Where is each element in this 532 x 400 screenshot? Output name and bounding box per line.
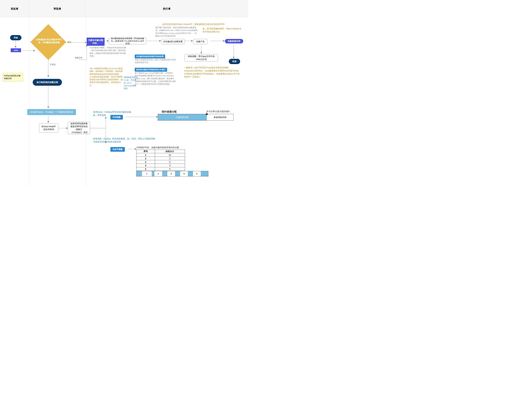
done-node: 对象构造完毕 <box>225 39 243 44</box>
after-load-node: 在加载完成后，可以确定一个对象的所需内存 <box>27 109 76 115</box>
anno-end: 一般情况（由字节码流中new指令后面是否跟随invokespecial所决定，J… <box>184 66 241 78</box>
sticky-note: HotSpot虚拟机对象创建过程 <box>3 73 23 81</box>
label-loaded: 加载完毕 <box>75 57 82 59</box>
pointer-icon <box>205 113 208 115</box>
freelist-table: 序号内存大小 110 22 35 43 55 <box>136 150 185 171</box>
label-pass: 通过 <box>67 41 71 44</box>
lane-executor: 执行者 <box>86 0 248 18</box>
block-row: 1 2 3 4 5 <box>136 171 208 177</box>
new-keyword: new <box>11 48 21 52</box>
end-node: 结束 <box>229 59 240 64</box>
irregular-label: 内存不规整 <box>110 147 125 152</box>
freelist-title: JVM维护列表，创建对象时根据所需内存分配 <box>136 146 179 149</box>
set-obj-node: 对对象进行必要设置 <box>161 39 185 44</box>
anno-lock: Tips: 悲观锁和乐观锁 synchronized是悲观锁，这种线程一旦得到锁… <box>89 67 124 87</box>
anno-header1: 这些信息存放在Object Header中，根据虚拟机当前运行状态的不同 <box>155 23 231 26</box>
ctor-node: 构造函数，即Class文件中的<init>()方法 <box>185 54 218 62</box>
sync-tag: 对分配内存的空间进行同步处理 <box>135 55 165 58</box>
tlab-tag: 把内存分配在不同的空间之中进行 <box>135 68 167 72</box>
label-fail: 不通过 <box>50 63 56 66</box>
compact-decide-node: 由所采用垃圾收集器是否带有空间压缩能力（Compact）决定 <box>68 122 90 134</box>
alloc-new-node: 为新生对象分配内存。 <box>87 38 105 46</box>
zero-mem-node: 将分配到的内存空间清零（不包括对象头）[如果设置了TLAB也可以在TLAB中设置… <box>109 38 146 44</box>
tlab-desc: 每个线程在Java Heap中预先分配一小块内存，称为本地线程分配缓冲(Thre… <box>135 72 176 85</box>
load-process-node: 执行响应类的加载过程 <box>33 79 62 86</box>
anno-freq: new对象较为频繁，可能会有并发安全问题（如正在给对象A进行内存分配，指针还未修… <box>89 46 127 57</box>
regular-ptr: 作为分界点指示器的指针 <box>206 110 230 113</box>
anno-header2: 如：是否使用偏向锁等，Object Header会有不同的设置方式 <box>203 27 241 33</box>
lane-approver: 审批者 <box>29 0 86 18</box>
anno-header1-grey: 属于哪个类的实例、如何才能找到类的元数据信息、对象的hashCode（实际上ha… <box>155 26 198 37</box>
mem-used: 已使用的内存 <box>158 114 207 120</box>
sync-desc: 实际上虚拟机时采用CAS配上失败重试的方式保证操作的原子性 <box>135 58 176 64</box>
memory-bar: 已使用的内存 未使用的内存 <box>158 114 234 121</box>
irregular-anno: 使用清除（Sweep）算法的收集器，如：CMS，理论上只能采用较为复杂的空闲列表… <box>93 137 157 144</box>
obj-born-node: 对象产生 <box>193 39 208 44</box>
regular-title: 指针碰撞分配 <box>162 110 177 114</box>
mem-free: 未使用的内存 <box>207 114 234 120</box>
alloc-heap-node: 在Java Heap中划分内存块 <box>39 123 58 133</box>
regular-label: 内存规整 <box>110 115 123 120</box>
start-node: 开始 <box>10 35 21 40</box>
lane-initiator: 发起者 <box>0 0 29 18</box>
diagram-canvas: 发起者 审批者 执行者 <box>0 0 248 187</box>
decision-diamond: 在常量池中定位类的符号引用，并判断是否被加载 <box>36 29 61 55</box>
